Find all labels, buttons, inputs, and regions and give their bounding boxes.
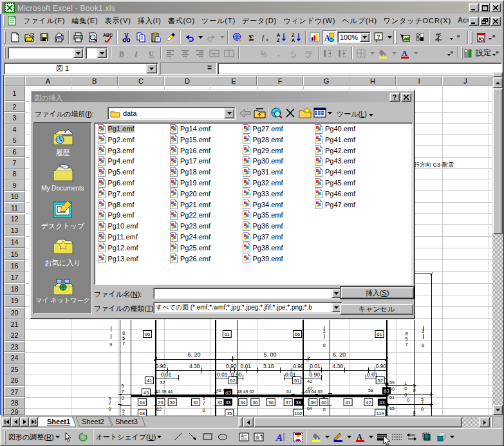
svg-text:5: 5 — [121, 383, 124, 389]
svg-text:58: 58 — [368, 388, 373, 393]
svg-text:3.18: 3.18 — [263, 363, 274, 369]
svg-text:43: 43 — [379, 400, 384, 405]
svg-text:9: 9 — [109, 342, 112, 348]
svg-text:4.38: 4.38 — [189, 363, 200, 369]
svg-text:0: 0 — [108, 406, 111, 412]
svg-text:0.90: 0.90 — [226, 363, 237, 369]
svg-text:41: 41 — [345, 400, 350, 405]
svg-text:9: 9 — [323, 342, 326, 348]
svg-text:52: 52 — [378, 378, 383, 384]
svg-text:62: 62 — [230, 378, 235, 384]
svg-text:38: 38 — [295, 400, 301, 405]
svg-text:Sheet1: Sheet1 — [47, 418, 70, 425]
svg-text:34: 34 — [240, 400, 245, 405]
svg-text:7: 7 — [108, 400, 111, 406]
svg-text:A: A — [357, 432, 362, 441]
svg-text:0: 0 — [121, 395, 124, 401]
svg-text:59: 59 — [389, 380, 395, 385]
svg-text:40 39 44: 40 39 44 — [155, 389, 173, 394]
svg-text:64: 64 — [140, 400, 145, 405]
svg-text:5: 5 — [406, 336, 408, 342]
svg-text:A: A — [241, 434, 244, 438]
svg-text:48 49 62: 48 49 62 — [237, 389, 254, 394]
svg-text:Sheet3: Sheet3 — [115, 418, 138, 425]
svg-text:7: 7 — [122, 340, 125, 346]
svg-text:0.01: 0.01 — [241, 363, 252, 369]
svg-text:7: 7 — [121, 389, 124, 395]
svg-text:61: 61 — [286, 389, 292, 394]
svg-text:65: 65 — [389, 406, 395, 411]
svg-text:62: 62 — [156, 406, 162, 412]
svg-text:0.01: 0.01 — [161, 371, 172, 378]
svg-text:4.38: 4.38 — [332, 363, 343, 369]
svg-text:0.01: 0.01 — [310, 363, 321, 369]
svg-text:63 64 65: 63 64 65 — [305, 389, 322, 394]
svg-text:61: 61 — [389, 395, 395, 400]
svg-text:48 49: 48 49 — [216, 388, 228, 393]
svg-text:31: 31 — [193, 400, 198, 405]
svg-text:7: 7 — [202, 400, 205, 406]
svg-text:30: 30 — [170, 400, 175, 405]
svg-text:5. 00: 5. 00 — [263, 351, 276, 358]
svg-text:61: 61 — [225, 331, 230, 337]
svg-text:0.90: 0.90 — [309, 371, 320, 378]
svg-text:7: 7 — [421, 400, 424, 406]
svg-text:行方向 C3-耐震: 行方向 C3-耐震 — [414, 162, 454, 168]
svg-text:33: 33 — [225, 400, 230, 405]
svg-text:63: 63 — [384, 388, 389, 394]
svg-text:7: 7 — [406, 342, 408, 348]
svg-text:60: 60 — [389, 387, 395, 391]
svg-text:32: 32 — [217, 400, 222, 405]
svg-text:6. 20: 6. 20 — [333, 351, 346, 358]
svg-text:0: 0 — [404, 386, 407, 391]
svg-text:A: A — [275, 432, 283, 442]
svg-text:40: 40 — [321, 400, 326, 405]
svg-text:0: 0 — [407, 397, 409, 403]
svg-text:9: 9 — [422, 342, 424, 348]
svg-text:6. 20: 6. 20 — [187, 351, 200, 358]
svg-text:42: 42 — [366, 400, 371, 405]
svg-text:42: 42 — [307, 378, 312, 384]
svg-text:Sheet2: Sheet2 — [82, 418, 104, 425]
svg-text:0.90: 0.90 — [293, 363, 304, 369]
svg-text:0: 0 — [322, 407, 325, 413]
svg-text:0: 0 — [421, 406, 424, 412]
svg-text:37: 37 — [286, 400, 291, 405]
svg-text:29: 29 — [158, 400, 163, 405]
svg-text:1: 1 — [323, 328, 326, 334]
svg-text:66: 66 — [295, 331, 300, 337]
svg-text:43: 43 — [144, 390, 149, 396]
svg-text:0.90: 0.90 — [155, 363, 166, 369]
svg-text:61: 61 — [377, 331, 382, 337]
svg-text:36: 36 — [252, 400, 257, 405]
svg-text:51: 51 — [294, 378, 299, 384]
svg-text:9: 9 — [413, 387, 415, 393]
svg-text:0.01: 0.01 — [217, 371, 228, 378]
svg-text:41: 41 — [147, 378, 152, 384]
svg-text:36: 36 — [268, 400, 274, 405]
svg-text:64: 64 — [307, 406, 312, 411]
svg-text:39: 39 — [310, 400, 315, 405]
svg-text:32: 32 — [160, 380, 165, 386]
svg-text:96: 96 — [145, 331, 150, 337]
svg-text:1: 1 — [422, 328, 424, 334]
svg-text:0.90: 0.90 — [375, 363, 386, 369]
svg-text:0: 0 — [202, 407, 205, 413]
